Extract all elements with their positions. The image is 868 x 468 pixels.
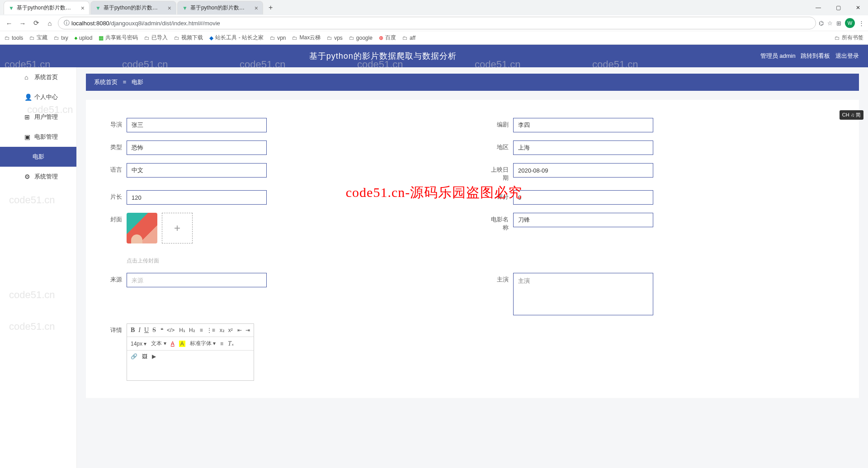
browser-tab-2[interactable]: ▼ 基于python的影片数据爬取与 ×	[177, 1, 263, 14]
h2-button[interactable]: H₂	[189, 327, 195, 333]
underline-button[interactable]: U	[144, 327, 149, 334]
input-type[interactable]	[127, 140, 267, 155]
bookmark-folder[interactable]: 🗀google	[349, 35, 373, 41]
back-button[interactable]: ←	[4, 19, 14, 27]
sidebar-item-sys-mgmt[interactable]: ⚙系统管理	[0, 167, 76, 187]
maximize-button[interactable]: ▢	[828, 5, 848, 11]
sidebar-item-personal[interactable]: 👤个人中心	[0, 87, 76, 107]
label-director: 导演	[99, 118, 127, 129]
font-size-select[interactable]: 14px ▾	[131, 341, 146, 347]
image-button[interactable]: 🖼	[142, 353, 147, 360]
add-cover-button[interactable]: +	[162, 213, 193, 243]
clear-format-button[interactable]: Tₓ	[228, 340, 234, 347]
logout-link[interactable]: 退出登录	[835, 52, 859, 59]
italic-button[interactable]: I	[138, 327, 141, 334]
ime-indicator[interactable]: CH ♫ 简	[840, 110, 863, 120]
bookmark-star-icon[interactable]: ☆	[827, 20, 833, 27]
close-window-button[interactable]: ✕	[848, 5, 868, 11]
textarea-actors[interactable]	[513, 273, 653, 315]
sup-button[interactable]: x²	[228, 327, 233, 333]
input-score[interactable]	[513, 190, 653, 205]
menu-icon[interactable]: ⋮	[859, 20, 864, 27]
bookmark-folder[interactable]: 🗀Max云梯	[292, 34, 321, 42]
bookmark-folder[interactable]: 🗀已导入	[144, 34, 168, 42]
browser-chrome: ▼ 基于python的影片数据爬取与 × ▼ 基于python的影片数据爬取与 …	[0, 0, 868, 45]
home-button[interactable]: ⌂	[44, 19, 55, 27]
h1-button[interactable]: H₁	[179, 327, 185, 333]
bookmark-folder[interactable]: 🗀aff	[402, 35, 415, 41]
input-language[interactable]	[127, 163, 267, 178]
align-button[interactable]: ≡	[220, 341, 223, 347]
close-icon[interactable]: ×	[81, 5, 85, 12]
input-source[interactable]	[127, 273, 267, 287]
reload-button[interactable]: ⟳	[31, 19, 42, 27]
all-bookmarks[interactable]: 🗀所有书签	[835, 34, 863, 42]
link-button[interactable]: 🔗	[131, 353, 137, 360]
sidebar-item-movie-mgmt[interactable]: ▣电影管理	[0, 127, 76, 147]
bookmark-folder[interactable]: 🗀视频下载	[174, 34, 203, 42]
code-button[interactable]: </>	[167, 327, 175, 333]
label-score: 评分	[486, 190, 513, 201]
input-region[interactable]	[513, 140, 653, 155]
label-source: 来源	[99, 273, 127, 284]
header-right: 管理员 admin 跳转到看板 退出登录	[757, 52, 859, 60]
bookmark-folder[interactable]: 🗀tools	[5, 35, 23, 41]
field-region: 地区	[486, 140, 845, 155]
input-writer[interactable]	[513, 118, 653, 132]
close-icon[interactable]: ×	[168, 5, 171, 12]
url-path: /djangouxq8i/admin/dist/index.html#/movi…	[109, 20, 220, 27]
close-icon[interactable]: ×	[255, 5, 258, 12]
label-movie-name: 电影名称	[486, 213, 513, 232]
input-duration[interactable]	[127, 190, 267, 205]
browser-tab-1[interactable]: ▼ 基于python的影片数据爬取与 ×	[90, 1, 176, 14]
bookmark-item[interactable]: ⊕百度	[379, 34, 396, 42]
input-release[interactable]	[513, 163, 653, 178]
browser-tab-0[interactable]: ▼ 基于python的影片数据爬取与 ×	[4, 1, 90, 14]
label-release: 上映日期	[486, 163, 513, 182]
label-actors: 主演	[486, 273, 513, 284]
sidebar-item-user-mgmt[interactable]: ⊞用户管理	[0, 107, 76, 127]
font-color-button[interactable]: A	[171, 341, 175, 347]
extensions-icon[interactable]: ⊞	[836, 20, 841, 27]
profile-avatar[interactable]: W	[845, 18, 855, 28]
editor-body[interactable]	[127, 362, 254, 380]
bookmark-item[interactable]: ◆站长工具 - 站长之家	[209, 34, 264, 42]
address-bar[interactable]: ⓘ localhost:8080/djangouxq8i/admin/dist/…	[58, 17, 816, 29]
field-detail: 详情 B I U S ❝ </>	[99, 323, 845, 381]
indent-in-button[interactable]: ⇥	[245, 327, 250, 333]
bookmark-folder[interactable]: 🗀宝藏	[29, 34, 47, 42]
ul-button[interactable]: ⋮≡	[207, 327, 215, 333]
strike-button[interactable]: S	[152, 327, 156, 334]
field-cover: 封面 + 点击上传封面	[99, 213, 459, 265]
cover-thumbnail[interactable]	[127, 213, 157, 243]
sidebar-item-movie[interactable]: 电影	[0, 147, 76, 167]
breadcrumb-current: 电影	[132, 79, 143, 85]
bookmark-folder[interactable]: 🗀vps	[327, 35, 343, 41]
minimize-button[interactable]: —	[808, 5, 828, 11]
quote-button[interactable]: ❝	[160, 327, 163, 333]
bookmark-folder[interactable]: 🗀txy	[54, 35, 68, 41]
new-tab-button[interactable]: +	[264, 4, 277, 12]
font-type-select[interactable]: 文本 ▾	[151, 340, 166, 347]
jump-dashboard-link[interactable]: 跳转到看板	[801, 52, 830, 59]
bookmark-item[interactable]: ♠uplod	[75, 35, 93, 41]
bookmark-folder[interactable]: 🗀vpn	[270, 35, 286, 41]
indent-out-button[interactable]: ⇤	[237, 327, 242, 333]
bg-color-button[interactable]: A	[179, 341, 185, 347]
translate-icon[interactable]: ⌬	[819, 20, 824, 27]
site-info-icon[interactable]: ⓘ	[64, 19, 70, 27]
ol-button[interactable]: ≡	[200, 327, 203, 333]
input-director[interactable]	[127, 118, 267, 132]
input-movie-name[interactable]	[513, 213, 653, 227]
font-family-select[interactable]: 标准字体 ▾	[190, 340, 216, 347]
sidebar-item-home[interactable]: ⌂系统首页	[0, 67, 76, 87]
sub-button[interactable]: x₂	[220, 327, 225, 333]
bookmark-item[interactable]: ▦共享账号密码	[99, 34, 138, 42]
breadcrumb-home[interactable]: 系统首页	[94, 79, 118, 85]
forward-button[interactable]: →	[17, 19, 28, 27]
tab-title: 基于python的影片数据爬取与	[17, 4, 76, 12]
bold-button[interactable]: B	[131, 327, 135, 334]
field-score: 评分	[486, 190, 845, 205]
video-button[interactable]: ▶	[152, 353, 156, 360]
app-header: 基于python的影片数据爬取与数据分析 管理员 admin 跳转到看板 退出登…	[0, 45, 868, 67]
